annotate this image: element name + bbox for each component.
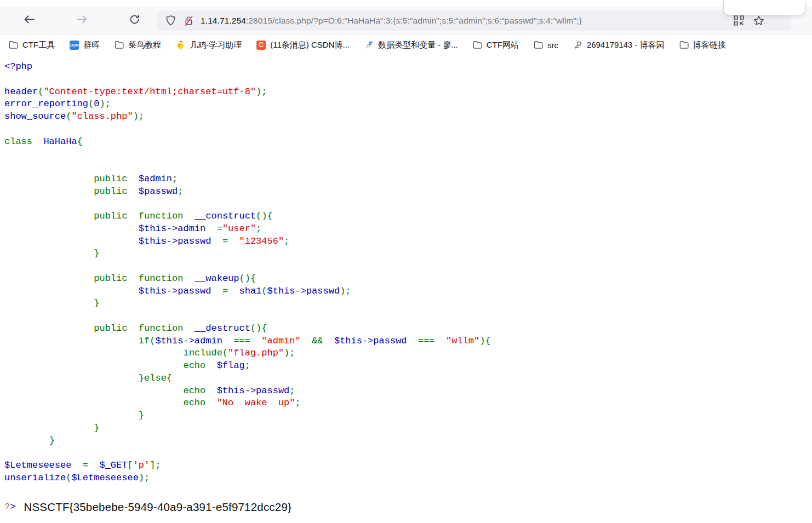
code-line: } bbox=[4, 248, 812, 260]
code-line: } bbox=[4, 297, 812, 310]
chick-icon bbox=[176, 41, 185, 50]
code-line bbox=[4, 447, 812, 459]
code-line: error_reporting(0); bbox=[4, 98, 812, 111]
code-line: }else{ bbox=[4, 372, 812, 385]
window-top-strip bbox=[0, 0, 812, 7]
code-line: public function __wakeup(){ bbox=[4, 273, 812, 285]
code-line: public $passwd; bbox=[4, 186, 812, 198]
back-button[interactable] bbox=[20, 12, 38, 30]
code-line: include("flag.php"); bbox=[4, 347, 812, 360]
code-line bbox=[4, 73, 812, 86]
code-line: $this->admin ="user"; bbox=[4, 223, 812, 235]
address-bar[interactable]: 1.14.71.254:28015/class.php/?p=O:6:"HaHa… bbox=[157, 11, 791, 31]
bookmark-item[interactable]: src bbox=[534, 41, 558, 50]
code-line bbox=[4, 123, 812, 136]
flag-line: ?> NSSCTF{35bebebe-5949-40a9-a391-e5f971… bbox=[4, 499, 812, 515]
url-domain: 1.14.71.254 bbox=[201, 16, 246, 25]
flag-text: NSSCTF{35bebebe-5949-40a9-a391-e5f9712dc… bbox=[24, 499, 291, 515]
code-line: $Letmeseesee = $_GET['p']; bbox=[4, 459, 812, 472]
folder-icon bbox=[115, 41, 124, 49]
bookmark-item[interactable]: 几鸡-学习助理 bbox=[176, 40, 242, 50]
bookmark-item[interactable]: CTF工具 bbox=[9, 40, 55, 50]
popup-window-fragment bbox=[723, 0, 805, 15]
folder-icon bbox=[473, 41, 482, 49]
code-line: echo $flag; bbox=[4, 360, 812, 372]
bookmark-label: 菜鸟教程 bbox=[128, 40, 161, 50]
tracking-shield-icon[interactable] bbox=[165, 15, 176, 26]
code-line: } bbox=[4, 435, 812, 447]
browser-chrome: 1.14.71.254:28015/class.php/?p=O:6:"HaHa… bbox=[0, 0, 812, 55]
code-line: public $admin; bbox=[4, 173, 812, 186]
url-path: :28015/class.php/?p=O:6:"HaHaHa":3:{s:5:… bbox=[246, 16, 582, 25]
cnblogs-icon bbox=[573, 41, 582, 50]
code-line: $this->passwd = sha1($this->passwd); bbox=[4, 285, 812, 298]
back-arrow-icon bbox=[23, 13, 36, 28]
code-line: echo $this->passwd; bbox=[4, 385, 812, 398]
php-close-tag: ?> bbox=[4, 499, 15, 515]
bookmark-label: 数据类型和变量 - 廖... bbox=[378, 40, 458, 50]
bookmarks-bar: CTF工具DSM群晖菜鸟教程几鸡-学习助理C(11条消息) CSDN博...数据… bbox=[0, 35, 812, 55]
code-line: header("Content-type:text/html;charset=u… bbox=[4, 86, 812, 99]
bookmark-item[interactable]: 博客链接 bbox=[679, 40, 726, 50]
bookmark-label: src bbox=[547, 41, 558, 50]
csdn-icon: C bbox=[256, 41, 266, 50]
bookmark-item[interactable]: CTF网站 bbox=[473, 40, 519, 50]
browser-toolbar: 1.14.71.254:28015/class.php/?p=O:6:"HaHa… bbox=[0, 7, 812, 35]
bookmark-label: 2694179143 - 博客园 bbox=[587, 40, 665, 50]
bookmark-label: 博客链接 bbox=[693, 40, 726, 50]
code-line: unserialize($Letmeseesee); bbox=[4, 472, 812, 485]
php-source-code: <?php header("Content-type:text/html;cha… bbox=[4, 61, 812, 485]
reload-icon bbox=[129, 14, 140, 27]
bookmark-item[interactable]: C(11条消息) CSDN博... bbox=[256, 40, 350, 50]
code-line bbox=[4, 148, 812, 160]
page-content: <?php header("Content-type:text/html;cha… bbox=[0, 61, 812, 515]
code-line bbox=[4, 198, 812, 210]
url-input[interactable]: 1.14.71.254:28015/class.php/?p=O:6:"HaHa… bbox=[201, 16, 728, 26]
rocket-icon bbox=[364, 41, 374, 50]
code-line: echo "No wake up"; bbox=[4, 397, 812, 410]
folder-icon bbox=[534, 41, 543, 49]
bookmark-star-icon[interactable] bbox=[753, 15, 764, 26]
bookmark-label: CTF工具 bbox=[22, 40, 55, 50]
code-line: show_source("class.php"); bbox=[4, 111, 812, 123]
bookmark-item[interactable]: 2694179143 - 博客园 bbox=[573, 40, 665, 50]
bookmark-item[interactable]: 数据类型和变量 - 廖... bbox=[364, 40, 458, 50]
code-line: public function __construct(){ bbox=[4, 210, 812, 223]
bookmark-item[interactable]: 菜鸟教程 bbox=[115, 40, 161, 50]
bookmark-item[interactable]: DSM群晖 bbox=[70, 40, 100, 50]
bookmark-label: 几鸡-学习助理 bbox=[190, 40, 242, 50]
code-line bbox=[4, 160, 812, 173]
code-line: public function __destruct(){ bbox=[4, 323, 812, 335]
code-line: <?php bbox=[4, 61, 812, 73]
code-line: $this->passwd = "123456"; bbox=[4, 235, 812, 248]
code-line: } bbox=[4, 410, 812, 422]
folder-icon bbox=[679, 41, 689, 49]
code-line: } bbox=[4, 422, 812, 435]
code-line bbox=[4, 310, 812, 323]
insecure-lock-icon[interactable] bbox=[184, 15, 194, 26]
dsm-icon: DSM bbox=[70, 41, 79, 50]
reload-button[interactable] bbox=[125, 12, 144, 30]
code-line bbox=[4, 260, 812, 273]
code-line: class HaHaHa{ bbox=[4, 136, 812, 148]
forward-button[interactable] bbox=[72, 12, 91, 30]
qr-code-icon[interactable] bbox=[734, 15, 744, 26]
forward-arrow-icon bbox=[76, 13, 88, 28]
code-line: if($this->admin === "admin" && $this->pa… bbox=[4, 335, 812, 348]
folder-icon bbox=[9, 41, 18, 49]
bookmark-label: (11条消息) CSDN博... bbox=[270, 40, 350, 50]
bookmark-label: 群晖 bbox=[83, 40, 100, 50]
bookmark-label: CTF网站 bbox=[487, 40, 519, 50]
